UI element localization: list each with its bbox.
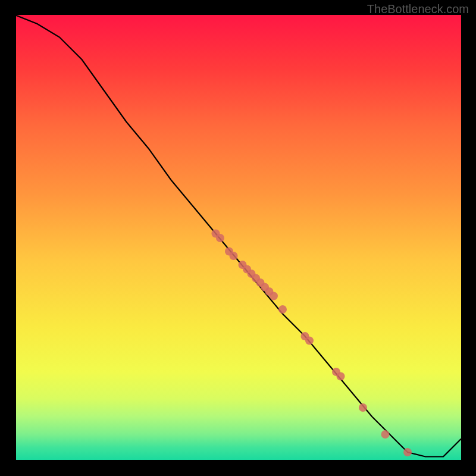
watermark-text: TheBottleneck.com <box>367 2 469 16</box>
data-point <box>359 403 367 412</box>
data-point <box>403 448 412 456</box>
data-point <box>216 234 224 242</box>
data-points <box>212 230 412 457</box>
data-point <box>230 252 238 260</box>
data-point <box>381 430 390 439</box>
plot-area <box>15 15 461 461</box>
data-point <box>305 337 314 345</box>
curve-layer <box>15 15 461 461</box>
data-point <box>270 292 278 300</box>
bottleneck-curve <box>15 15 461 457</box>
data-point <box>278 305 287 314</box>
data-point <box>337 372 345 381</box>
chart-container: TheBottleneck.com <box>0 0 476 476</box>
